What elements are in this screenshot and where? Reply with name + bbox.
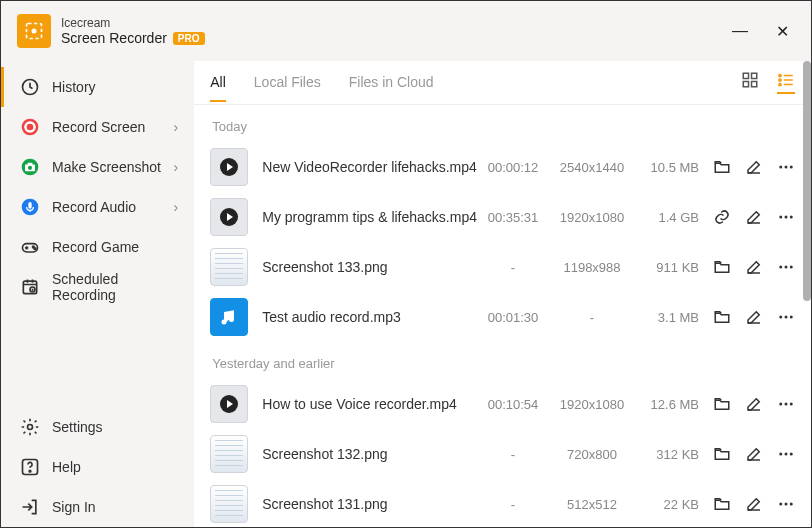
edit-button[interactable] [745,445,763,463]
svg-point-26 [779,79,781,81]
group-label: Today [210,105,801,142]
app-subtitle: Screen Recorder PRO [61,30,205,46]
chevron-right-icon: › [174,119,179,135]
grid-view-button[interactable] [741,71,759,94]
svg-point-8 [28,166,32,170]
folder-button[interactable] [713,158,731,176]
edit-button[interactable] [745,495,763,513]
svg-point-19 [29,470,31,472]
file-row[interactable]: My programm tips & lifehacks.mp4 00:35:3… [210,192,801,242]
help-icon [20,457,40,477]
close-button[interactable]: ✕ [776,22,789,41]
video-thumbnail[interactable] [210,148,248,186]
more-button[interactable] [777,158,795,176]
file-row[interactable]: Screenshot 132.png - 720x800 312 KB [210,429,801,479]
more-button[interactable] [777,208,795,226]
edit-button[interactable] [745,158,763,176]
file-resolution: 1198x988 [549,260,635,275]
edit-button[interactable] [745,208,763,226]
file-name: Screenshot 132.png [262,446,477,462]
file-actions [713,258,795,276]
play-icon [220,158,238,176]
link-button[interactable] [713,208,731,226]
file-size: 312 KB [635,447,699,462]
list-view-button[interactable] [777,71,795,94]
sidebar: History Record Screen› Make Screenshot› … [1,61,194,527]
file-actions [713,395,795,413]
edit-button[interactable] [745,258,763,276]
more-button[interactable] [777,495,795,513]
sidebar-item-record-audio[interactable]: Record Audio› [1,187,194,227]
file-size: 911 KB [635,260,699,275]
app-logo [17,14,51,48]
window-controls: — ✕ [732,22,811,41]
svg-point-47 [790,453,793,456]
folder-button[interactable] [713,308,731,326]
svg-point-24 [779,74,781,76]
video-thumbnail[interactable] [210,198,248,236]
sidebar-item-label: Record Screen [52,119,145,135]
file-row[interactable]: Screenshot 133.png - 1198x988 911 KB [210,242,801,292]
tab-local-files[interactable]: Local Files [254,64,321,102]
file-size: 10.5 MB [635,160,699,175]
sidebar-item-settings[interactable]: Settings [1,407,194,447]
svg-rect-21 [752,73,757,78]
signin-icon [20,497,40,517]
minimize-button[interactable]: — [732,22,748,41]
folder-button[interactable] [713,495,731,513]
sidebar-item-record-screen[interactable]: Record Screen› [1,107,194,147]
svg-rect-23 [752,82,757,87]
play-icon [220,208,238,226]
edit-button[interactable] [745,308,763,326]
screenshot-thumbnail[interactable] [210,435,248,473]
file-size: 3.1 MB [635,310,699,325]
file-duration: 00:35:31 [477,210,549,225]
sidebar-item-make-screenshot[interactable]: Make Screenshot› [1,147,194,187]
audio-thumbnail[interactable] [210,298,248,336]
file-row[interactable]: Test audio record.mp3 00:01:30 - 3.1 MB [210,292,801,342]
more-button[interactable] [777,445,795,463]
target-red-icon [20,117,40,137]
file-list[interactable]: Today New VideoRecorder lifehacks.mp4 00… [194,105,811,527]
schedule-icon [20,277,40,297]
sidebar-item-label: Sign In [52,499,96,515]
folder-button[interactable] [713,445,731,463]
sidebar-item-scheduled-recording[interactable]: Scheduled Recording [1,267,194,307]
svg-point-40 [785,316,788,319]
svg-point-45 [779,453,782,456]
file-duration: - [477,260,549,275]
more-button[interactable] [777,395,795,413]
scrollbar-thumb[interactable] [803,61,811,301]
tab-files-in-cloud[interactable]: Files in Cloud [349,64,434,102]
app-title-block: Icecream Screen Recorder PRO [61,16,205,46]
video-thumbnail[interactable] [210,385,248,423]
sidebar-item-record-game[interactable]: Record Game [1,227,194,267]
folder-button[interactable] [713,258,731,276]
svg-point-50 [790,503,793,506]
file-resolution: - [549,310,635,325]
file-row[interactable]: New VideoRecorder lifehacks.mp4 00:00:12… [210,142,801,192]
screenshot-thumbnail[interactable] [210,248,248,286]
more-button[interactable] [777,308,795,326]
screenshot-thumbnail[interactable] [210,485,248,523]
file-actions [713,158,795,176]
sidebar-item-label: Help [52,459,81,475]
svg-point-5 [27,124,34,131]
folder-button[interactable] [713,395,731,413]
file-row[interactable]: How to use Voice recorder.mp4 00:10:54 1… [210,379,801,429]
sidebar-item-help[interactable]: Help [1,447,194,487]
svg-point-38 [790,266,793,269]
sidebar-item-history[interactable]: History [1,67,194,107]
svg-point-48 [779,503,782,506]
file-row[interactable]: Screenshot 131.png - 512x512 22 KB [210,479,801,527]
main-panel: AllLocal FilesFiles in Cloud Today New V… [194,61,811,527]
titlebar: Icecream Screen Recorder PRO — ✕ [1,1,811,61]
more-button[interactable] [777,258,795,276]
sidebar-item-sign-in[interactable]: Sign In [1,487,194,527]
tab-all[interactable]: All [210,64,226,102]
app-title: Icecream [61,16,205,30]
svg-rect-11 [28,202,31,209]
edit-button[interactable] [745,395,763,413]
file-resolution: 2540x1440 [549,160,635,175]
svg-point-17 [28,425,33,430]
